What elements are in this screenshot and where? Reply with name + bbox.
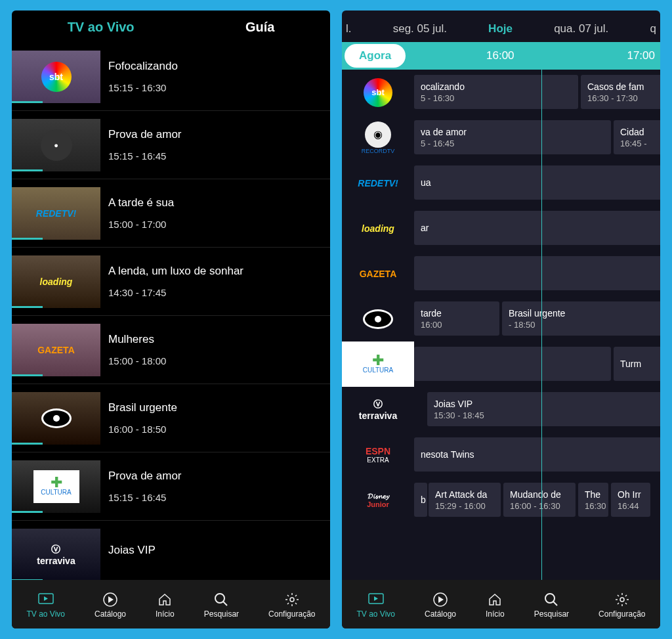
program-block[interactable]: Turm: [614, 347, 660, 381]
channel-cell-gazeta[interactable]: GAZETA: [342, 251, 414, 296]
nav-home[interactable]: Início: [486, 592, 505, 619]
nav-label: Pesquisar: [204, 609, 239, 619]
list-item[interactable]: ● Prova de amor 15:15 - 16:45: [12, 111, 330, 179]
svg-point-11: [545, 594, 555, 603]
nav-live-tv[interactable]: TV ao Vivo: [357, 592, 395, 619]
program-block[interactable]: ua: [414, 165, 660, 200]
program-block[interactable]: nesota Twins: [414, 437, 660, 472]
program-block[interactable]: [414, 256, 660, 290]
now-pill[interactable]: Agora: [345, 44, 406, 68]
channel-cell-espn[interactable]: ESPNEXTRA: [342, 432, 414, 477]
time-marker-1600: 16:00: [486, 49, 514, 62]
channel-cell-terraviva[interactable]: ⓥterraviva: [342, 387, 414, 432]
channel-cell-sbt[interactable]: sbt: [342, 70, 414, 115]
list-item[interactable]: REDETV! A tarde é sua 15:00 - 17:00: [12, 179, 330, 248]
tab-live-tv[interactable]: TV ao Vivo: [68, 20, 135, 35]
day-today[interactable]: Hoje: [488, 22, 513, 35]
loading-logo-icon: loading: [362, 223, 394, 234]
program-column[interactable]: ocalizando5 - 16:30Casos de fam16:30 - 1…: [414, 70, 660, 580]
program-title: va de amor: [421, 127, 604, 137]
loading-logo-icon: loading: [40, 276, 73, 287]
program-title: Cidad: [620, 127, 660, 137]
nav-live-tv[interactable]: TV ao Vivo: [27, 592, 65, 619]
program-block[interactable]: Joias VIP15:30 - 18:45: [427, 392, 660, 426]
bottom-nav: TV ao Vivo Catálogo Início Pesquisar Con…: [12, 580, 330, 628]
nav-search[interactable]: Pesquisar: [204, 592, 239, 619]
program-title: ocalizando: [421, 81, 572, 92]
program-block[interactable]: [414, 347, 611, 381]
sbt-logo-icon: sbt: [364, 78, 392, 107]
channel-thumb-terraviva: ⓥterraviva: [12, 529, 100, 581]
program-block[interactable]: ocalizando5 - 16:30: [414, 75, 578, 109]
redetv-logo-icon: REDETV!: [358, 178, 398, 188]
program-title: ar: [421, 223, 657, 233]
day-next-cut[interactable]: q: [650, 22, 656, 35]
program-title: Brasil urgente: [509, 308, 660, 319]
band-logo-icon: [363, 309, 393, 329]
tab-guide[interactable]: Guía: [245, 20, 274, 35]
program-block[interactable]: Oh Irr16:44: [611, 483, 650, 517]
program-title: A tarde é sua: [108, 196, 174, 209]
program-title: Art Attack da: [435, 489, 494, 500]
epg-row: tarde16:00Brasil urgente- 18:50: [414, 296, 660, 342]
program-block[interactable]: Mudando de16:00 - 16:30: [503, 483, 576, 517]
cultura-logo-icon: ✚CULTURA: [355, 348, 401, 381]
program-block[interactable]: tarde16:00: [414, 301, 499, 336]
program-block[interactable]: b: [414, 483, 427, 517]
channel-cell-redetv[interactable]: REDETV!: [342, 160, 414, 206]
nav-catalog[interactable]: Catálogo: [425, 592, 456, 619]
channel-thumb-record: ●: [12, 119, 100, 171]
nav-settings[interactable]: Configuração: [268, 592, 315, 619]
program-block[interactable]: The16:30: [578, 483, 608, 517]
list-item[interactable]: sbt Fofocalizando 15:15 - 16:30: [12, 43, 330, 111]
program-block[interactable]: Art Attack da15:29 - 16:00: [429, 483, 501, 517]
list-item[interactable]: GAZETA Mulheres 15:00 - 18:00: [12, 316, 330, 384]
nav-label: Pesquisar: [534, 609, 569, 619]
channel-cell-band[interactable]: [342, 296, 414, 342]
epg-row: bArt Attack da15:29 - 16:00Mudando de16:…: [414, 477, 660, 523]
list-item[interactable]: Brasil urgente 16:00 - 18:50: [12, 384, 330, 452]
channel-cell-cultura[interactable]: ✚CULTURA: [342, 342, 414, 387]
svg-point-4: [215, 594, 224, 603]
time-marker-1700: 17:00: [627, 49, 655, 62]
program-time: 15:00 - 18:00: [108, 355, 166, 366]
day-selector[interactable]: l. seg. 05 jul. Hoje qua. 07 jul. q: [342, 11, 660, 42]
nav-label: Configuração: [268, 609, 315, 619]
epg-grid[interactable]: sbt ◉RECORDTV REDETV! loading GAZETA ✚CU…: [342, 70, 660, 580]
channel-cell-record[interactable]: ◉RECORDTV: [342, 115, 414, 160]
right-screen: l. seg. 05 jul. Hoje qua. 07 jul. q Agor…: [342, 11, 660, 628]
list-item[interactable]: ⓥterraviva Joias VIP: [12, 521, 330, 580]
program-block[interactable]: Brasil urgente- 18:50: [502, 301, 660, 336]
day-prev-cut[interactable]: l.: [346, 22, 352, 35]
program-time: 15:15 - 16:45: [108, 492, 182, 503]
program-time: 15:29 - 16:00: [435, 501, 494, 511]
program-block[interactable]: va de amor5 - 16:45: [414, 120, 611, 154]
program-time: 15:15 - 16:30: [108, 82, 178, 93]
now-playing-list[interactable]: sbt Fofocalizando 15:15 - 16:30 ● Prova …: [12, 43, 330, 580]
day-prev[interactable]: seg. 05 jul.: [393, 22, 447, 35]
channel-cell-disney[interactable]: 𝓓𝓲𝓼𝓷𝓮𝔂Junior: [342, 477, 414, 523]
program-title: A lenda, um luxo de sonhar: [108, 265, 243, 278]
program-time: - 18:50: [509, 320, 660, 330]
list-item[interactable]: loading A lenda, um luxo de sonhar 14:30…: [12, 248, 330, 316]
nav-catalog[interactable]: Catálogo: [94, 592, 126, 619]
timeline-bar[interactable]: Agora 16:00 17:00: [342, 42, 660, 70]
list-item[interactable]: ✚ CULTURA Prova de amor 15:15 - 16:45: [12, 452, 330, 521]
program-time: 16:00: [421, 320, 493, 330]
channel-thumb-redetv: REDETV!: [12, 187, 100, 240]
svg-marker-1: [44, 596, 48, 601]
nav-settings[interactable]: Configuração: [598, 592, 645, 619]
program-block[interactable]: ar: [414, 211, 660, 245]
nav-home[interactable]: Início: [156, 592, 175, 619]
program-time: 5 - 16:30: [421, 93, 572, 103]
bottom-nav: TV ao Vivo Catálogo Início Pesquisar Con…: [342, 580, 660, 628]
search-icon: [543, 592, 560, 607]
channel-cell-loading[interactable]: loading: [342, 206, 414, 251]
program-title: Fofocalizando: [108, 60, 178, 73]
nav-search[interactable]: Pesquisar: [534, 592, 569, 619]
day-next[interactable]: qua. 07 jul.: [554, 22, 608, 35]
epg-row: [414, 251, 660, 296]
epg-row: nesota Twins: [414, 432, 660, 477]
program-block[interactable]: Casos de fam16:30 - 17:30: [581, 75, 660, 109]
program-block[interactable]: Cidad16:45 -: [614, 120, 660, 154]
